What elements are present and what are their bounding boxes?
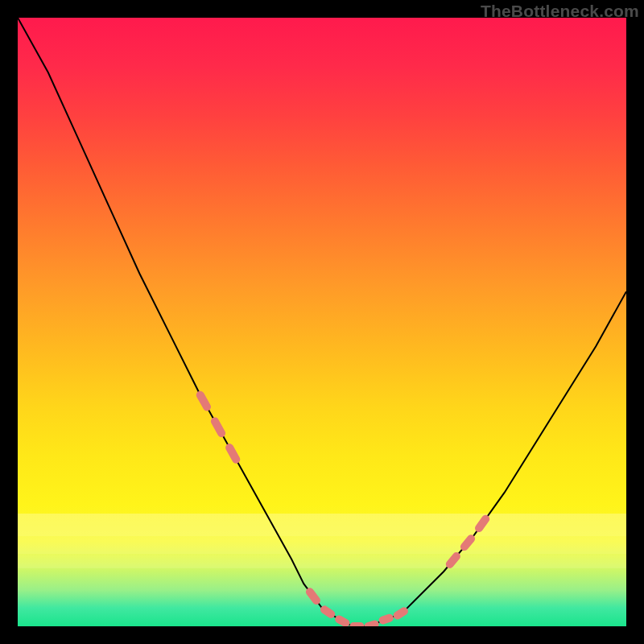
curve-path (18, 18, 626, 626)
label-marker (450, 556, 456, 564)
label-marker (479, 519, 485, 528)
watermark-text: TheBottleneck.com (481, 2, 639, 21)
label-marker (200, 395, 207, 407)
label-marker (464, 539, 471, 547)
label-marker (324, 609, 331, 614)
label-marker (383, 618, 390, 621)
label-marker (215, 421, 221, 433)
label-marker (229, 448, 236, 460)
bottleneck-curve (18, 18, 626, 626)
label-marker (310, 592, 316, 601)
chart-frame (18, 18, 626, 626)
label-marker (339, 619, 345, 622)
label-marker (398, 611, 404, 615)
label-marker (369, 624, 375, 626)
